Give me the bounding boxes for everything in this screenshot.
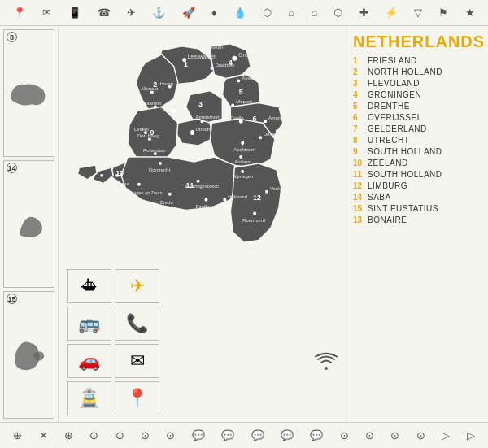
svg-point-50 — [168, 193, 172, 196]
legend-number: 7 — [353, 124, 368, 133]
legend-number: 5 — [353, 102, 368, 111]
nav4-icon[interactable]: ⊙ — [416, 429, 425, 441]
svg-text:Assen: Assen — [242, 76, 255, 80]
svg-point-20 — [259, 136, 262, 139]
home2-icon[interactable]: ⌂ — [311, 7, 317, 19]
star-icon[interactable]: ★ — [465, 7, 475, 19]
main-content: 8 14 15 — [0, 26, 488, 422]
island-label-14: 14 — [7, 163, 17, 173]
svg-text:10: 10 — [115, 169, 124, 177]
svg-point-54 — [223, 198, 226, 202]
legend-number: 1 — [353, 56, 368, 65]
car-icon-cell: 🚗 — [67, 344, 111, 378]
diamond-icon[interactable]: ♦ — [211, 7, 217, 19]
filter-icon[interactable]: ▽ — [414, 7, 422, 19]
svg-text:6: 6 — [253, 115, 257, 123]
svg-text:Nijmegen: Nijmegen — [233, 174, 253, 179]
anchor-icon[interactable]: ⚓ — [152, 7, 165, 19]
legend-item: 11SOUTH HOLLAND — [353, 170, 481, 179]
legend-item: 5DRENTHE — [353, 102, 481, 111]
mobile-icon[interactable]: 📱 — [68, 7, 81, 19]
svg-text:3: 3 — [198, 100, 203, 108]
legend-region-name: GRONINGEN — [368, 90, 421, 99]
legend-list: 1FRIESLAND2NORTH HOLLAND3FLEVOLAND4GRONI… — [353, 56, 481, 415]
legend-item: 12LIMBURG — [353, 181, 481, 190]
legend-item: 2NORTH HOLLAND — [353, 67, 481, 76]
plane-icon[interactable]: ✈ — [127, 7, 136, 19]
legend-region-name: NORTH HOLLAND — [368, 67, 442, 76]
svg-text:Arnhem: Arnhem — [234, 159, 251, 164]
legend-region-name: FLEVOLAND — [368, 79, 420, 88]
cross-icon[interactable]: ✚ — [359, 7, 368, 19]
pin-icon[interactable]: 📍 — [13, 7, 26, 19]
legend-item: 13BONAIRE — [353, 215, 481, 224]
legend-item: 6OVERIJSSEL — [353, 113, 481, 122]
legend-region-name: DRENTHE — [368, 102, 410, 111]
svg-text:Groningen: Groningen — [238, 52, 265, 59]
svg-point-8 — [237, 80, 240, 83]
svg-text:Breda: Breda — [160, 200, 174, 205]
legend-region-name: UTRECHT — [368, 136, 409, 145]
island-box-curacao: 8 — [3, 29, 54, 157]
svg-text:Meppel: Meppel — [236, 99, 252, 104]
bubble2-icon[interactable]: 💬 — [221, 429, 234, 441]
svg-text:Maastricht: Maastricht — [241, 246, 264, 251]
nav3-icon[interactable]: ⊙ — [390, 429, 399, 441]
legend-number: 2 — [353, 67, 368, 76]
legend-number: 6 — [353, 113, 368, 122]
svg-text:Hoorn: Hoorn — [160, 81, 173, 86]
svg-point-48 — [197, 180, 200, 183]
bubble4-icon[interactable]: 💬 — [281, 429, 294, 441]
svg-text:Middelburg: Middelburg — [90, 181, 114, 185]
flag-icon[interactable]: ⚑ — [438, 7, 448, 19]
circle-plus-icon[interactable]: ⊕ — [64, 429, 73, 441]
legend-item: 10ZEELAND — [353, 159, 481, 167]
legend-number: 4 — [353, 90, 368, 99]
legend-number: 8 — [353, 136, 368, 145]
legend-region-name: OVERIJSSEL — [368, 113, 422, 122]
svg-point-16 — [264, 120, 267, 123]
bubble1-icon[interactable]: 💬 — [192, 429, 205, 441]
ferry-icon-cell: ⛴ — [67, 269, 111, 303]
svg-text:Amsterdam: Amsterdam — [161, 105, 185, 110]
circle3-icon[interactable]: ⊙ — [141, 429, 150, 441]
svg-point-0 — [232, 56, 237, 61]
lightning-icon[interactable]: ⚡ — [385, 7, 398, 19]
nav1-icon[interactable]: ⊙ — [340, 429, 349, 441]
svg-point-38 — [201, 120, 204, 123]
legend-region-name: SABA — [368, 193, 391, 202]
drop-icon[interactable]: 💧 — [233, 7, 246, 19]
hex-icon[interactable]: ⬡ — [263, 7, 272, 19]
circle4-icon[interactable]: ⊙ — [166, 429, 175, 441]
svg-text:8: 8 — [190, 128, 194, 137]
svg-text:Helmond: Helmond — [228, 194, 247, 199]
svg-text:2: 2 — [153, 80, 157, 89]
svg-text:4: 4 — [229, 59, 233, 67]
cross2-icon[interactable]: ✕ — [39, 429, 48, 441]
svg-point-52 — [204, 198, 207, 202]
svg-text:Eindhoven: Eindhoven — [196, 204, 219, 209]
arrow-right-icon[interactable]: ▷ — [442, 429, 450, 441]
legend-item: 8UTRECHT — [353, 136, 481, 145]
legend-title: NETHERLANDS — [353, 33, 481, 51]
bubble5-icon[interactable]: 💬 — [310, 429, 323, 441]
svg-text:Dordrecht: Dordrecht — [149, 167, 170, 172]
svg-point-10 — [259, 89, 262, 93]
plane-icon-cell: ✈ — [115, 269, 159, 303]
circle2-icon[interactable]: ⊙ — [115, 429, 124, 441]
bubble3-icon[interactable]: 💬 — [251, 429, 264, 441]
arrow-right2-icon[interactable]: ▷ — [467, 429, 475, 441]
svg-point-14 — [231, 103, 234, 107]
mail-icon[interactable]: ✉ — [42, 7, 51, 19]
legend-number: 15 — [353, 204, 368, 213]
rocket-icon[interactable]: 🚀 — [182, 7, 195, 19]
phone-icon[interactable]: ☎ — [98, 7, 111, 19]
svg-point-6 — [210, 67, 213, 70]
location-icon-cell: 📍 — [115, 381, 159, 415]
nav2-icon[interactable]: ⊙ — [365, 429, 374, 441]
hex2-icon[interactable]: ⬡ — [333, 7, 342, 19]
home-icon[interactable]: ⌂ — [288, 7, 294, 19]
plus-icon[interactable]: ⊕ — [13, 429, 22, 441]
svg-point-62 — [137, 183, 141, 186]
circle1-icon[interactable]: ⊙ — [89, 429, 98, 441]
